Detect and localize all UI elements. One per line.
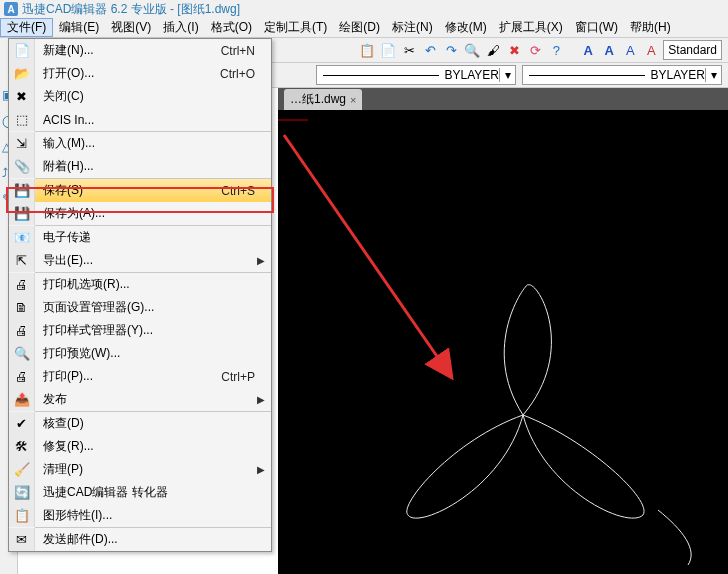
close-icon: ✖: [16, 89, 27, 104]
tab-label: …纸1.dwg: [290, 91, 346, 108]
menu-item-new[interactable]: 📄新建(N)...Ctrl+N: [9, 39, 271, 62]
title-bar: A 迅捷CAD编辑器 6.2 专业版 - [图纸1.dwg]: [0, 0, 728, 18]
menu-item-pagesetup[interactable]: 🗎页面设置管理器(G)...: [9, 296, 271, 319]
menu-item-print[interactable]: 🖨打印(P)...Ctrl+P: [9, 365, 271, 388]
menu-item-attach[interactable]: 📎附着(H)...: [9, 155, 271, 178]
import-icon: ⇲: [16, 136, 27, 151]
chevron-down-icon[interactable]: ▾: [499, 68, 515, 82]
menu-view[interactable]: 视图(V): [105, 18, 157, 37]
print-icon: 🖨: [15, 369, 28, 384]
help-icon[interactable]: ?: [547, 41, 565, 59]
app-logo-icon: A: [4, 2, 18, 16]
search-icon[interactable]: 🔍: [463, 41, 481, 59]
text-style-a4-icon[interactable]: A: [642, 41, 660, 59]
menu-custom[interactable]: 定制工具(T): [258, 18, 333, 37]
text-style-a2-icon[interactable]: A: [600, 41, 618, 59]
menu-format[interactable]: 格式(O): [205, 18, 258, 37]
text-style-a3-icon[interactable]: A: [621, 41, 639, 59]
menu-item-saveas[interactable]: 💾保存为(A)...: [9, 202, 271, 225]
menu-file[interactable]: 文件(F): [0, 18, 53, 37]
menu-item-printopt[interactable]: 🖨打印机选项(R)...: [9, 273, 271, 296]
menu-item-export[interactable]: ⇱导出(E)...▶: [9, 249, 271, 272]
text-style-a1-icon[interactable]: A: [579, 41, 597, 59]
file-menu-dropdown: 📄新建(N)...Ctrl+N 📂打开(O)...Ctrl+O ✖关闭(C) ⬚…: [8, 38, 272, 552]
menu-item-import[interactable]: ⇲输入(M)...: [9, 132, 271, 155]
menu-exttool[interactable]: 扩展工具(X): [493, 18, 569, 37]
menu-item-sendmail[interactable]: ✉发送邮件(D)...: [9, 528, 271, 551]
plotstyle-icon: 🖨: [15, 323, 28, 338]
submenu-arrow-icon: ▶: [257, 255, 265, 266]
menu-item-save[interactable]: 💾保存(S)Ctrl+S: [9, 179, 271, 202]
undo-icon[interactable]: ↶: [421, 41, 439, 59]
menu-edit[interactable]: 编辑(E): [53, 18, 105, 37]
window-title: 迅捷CAD编辑器 6.2 专业版 - [图纸1.dwg]: [22, 1, 240, 18]
menu-item-open[interactable]: 📂打开(O)...Ctrl+O: [9, 62, 271, 85]
menu-draw[interactable]: 绘图(D): [333, 18, 386, 37]
menu-item-publish[interactable]: 📤发布▶: [9, 388, 271, 411]
linetype-combo[interactable]: BYLAYER▾: [316, 65, 516, 85]
properties-icon: 📋: [14, 508, 30, 523]
lineweight-combo[interactable]: BYLAYER▾: [522, 65, 722, 85]
delete-icon[interactable]: ✖: [505, 41, 523, 59]
close-tab-icon[interactable]: ×: [350, 94, 356, 106]
converter-icon: 🔄: [14, 485, 30, 500]
preview-icon: 🔍: [14, 346, 30, 361]
menu-dim[interactable]: 标注(N): [386, 18, 439, 37]
submenu-arrow-icon: ▶: [257, 464, 265, 475]
menu-item-audit[interactable]: ✔核查(D): [9, 412, 271, 435]
open-icon: 📂: [14, 66, 30, 81]
document-tab[interactable]: …纸1.dwg ×: [284, 89, 362, 110]
purge-icon: 🧹: [14, 462, 30, 477]
new-file-icon: 📄: [14, 43, 30, 58]
text-style-combo[interactable]: Standard: [663, 40, 722, 60]
brush-icon[interactable]: 🖌: [484, 41, 502, 59]
menu-item-etransmit[interactable]: 📧电子传递: [9, 226, 271, 249]
recover-icon: 🛠: [15, 439, 28, 454]
printer-icon: 🖨: [15, 277, 28, 292]
export-icon: ⇱: [16, 253, 27, 268]
menu-help[interactable]: 帮助(H): [624, 18, 677, 37]
copy-icon[interactable]: 📋: [358, 41, 376, 59]
paste-icon[interactable]: 📄: [379, 41, 397, 59]
refresh-icon[interactable]: ⟳: [526, 41, 544, 59]
attach-icon: 📎: [14, 159, 30, 174]
menu-item-close[interactable]: ✖关闭(C): [9, 85, 271, 108]
chevron-down-icon[interactable]: ▾: [705, 68, 721, 82]
menu-modify[interactable]: 修改(M): [439, 18, 493, 37]
menu-item-plotstyle[interactable]: 🖨打印样式管理器(Y)...: [9, 319, 271, 342]
menu-item-purge[interactable]: 🧹清理(P)▶: [9, 458, 271, 481]
acis-icon: ⬚: [16, 112, 28, 127]
menu-item-converter[interactable]: 🔄迅捷CAD编辑器 转化器: [9, 481, 271, 504]
drawing-canvas[interactable]: [278, 110, 728, 574]
document-tabstrip: …纸1.dwg ×: [278, 88, 728, 110]
publish-icon: 📤: [14, 392, 30, 407]
cut-icon[interactable]: ✂: [400, 41, 418, 59]
mail-icon: ✉: [16, 532, 27, 547]
redo-icon[interactable]: ↷: [442, 41, 460, 59]
saveas-icon: 💾: [14, 206, 30, 221]
menu-window[interactable]: 窗口(W): [569, 18, 624, 37]
menu-item-recover[interactable]: 🛠修复(R)...: [9, 435, 271, 458]
menu-item-acis[interactable]: ⬚ACIS In...: [9, 108, 271, 131]
etransmit-icon: 📧: [14, 230, 30, 245]
menu-insert[interactable]: 插入(I): [157, 18, 204, 37]
audit-icon: ✔: [16, 416, 27, 431]
menu-bar: 文件(F) 编辑(E) 视图(V) 插入(I) 格式(O) 定制工具(T) 绘图…: [0, 18, 728, 38]
submenu-arrow-icon: ▶: [257, 394, 265, 405]
menu-item-drawprops[interactable]: 📋图形特性(I)...: [9, 504, 271, 527]
menu-item-preview[interactable]: 🔍打印预览(W)...: [9, 342, 271, 365]
pagesetup-icon: 🗎: [15, 300, 28, 315]
save-icon: 💾: [14, 183, 30, 198]
